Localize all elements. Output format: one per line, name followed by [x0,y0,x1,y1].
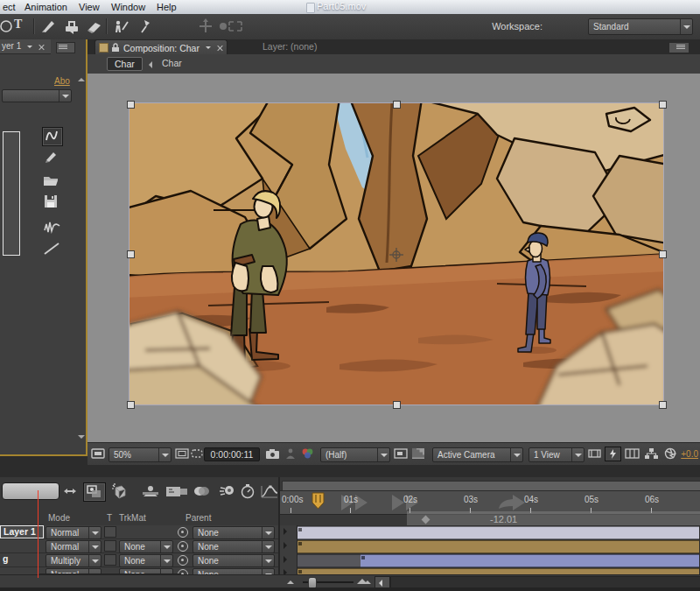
close-icon[interactable] [38,44,45,50]
left-panel-dropdown[interactable] [2,89,72,102]
selection-handle-top-center[interactable] [393,101,401,109]
resolution-dropdown[interactable]: (Half) [320,447,390,462]
channels-icon[interactable] [300,447,315,461]
type-tool-icon[interactable]: T [14,18,33,35]
current-time-indicator[interactable] [312,492,325,510]
selection-handle-mid-left[interactable] [127,250,135,258]
comp-mini-flowchart-icon[interactable] [83,482,106,502]
pickwhip-icon[interactable] [178,541,188,552]
draft-3d-icon[interactable] [140,482,161,500]
expand-icon[interactable] [284,556,287,563]
tab-composition[interactable]: Composition: Char [94,39,228,55]
expand-icon[interactable] [284,542,287,549]
panel-menu-icon[interactable] [668,42,690,53]
timeline-button-icon[interactable] [625,447,640,461]
breadcrumb-parent[interactable]: Char [162,58,182,68]
timecode-display[interactable]: 0:00:00:11 [204,447,260,461]
preserve-transparency-checkbox[interactable] [104,526,116,538]
graph-editor-icon[interactable] [259,482,280,500]
preserve-transparency-checkbox[interactable] [104,540,116,552]
comp-flowchart-icon[interactable] [644,447,659,461]
composition-image[interactable] [130,103,663,405]
selection-handle-bottom-center[interactable] [393,401,401,409]
pickwhip-icon[interactable] [178,555,188,566]
timeline-search-field[interactable] [2,482,60,500]
save-icon[interactable] [42,193,61,211]
selection-handle-bottom-left[interactable] [127,401,135,409]
fast-preview-icon[interactable] [605,447,621,461]
column-header-t[interactable]: T [107,513,112,523]
mode-dropdown[interactable]: Multiply [46,554,102,567]
parent-dropdown[interactable]: None [192,554,275,567]
tab-layer[interactable]: Layer: (none) [262,41,317,52]
parent-link-icon[interactable] [61,482,79,500]
motion-blur-icon[interactable] [217,482,238,500]
monitor-icon[interactable] [91,447,106,461]
menu-item-help[interactable]: Help [157,1,177,13]
left-panel-tab[interactable]: yer 1 [0,39,51,54]
selection-handle-mid-right[interactable] [659,250,667,258]
scroll-down-icon[interactable] [78,435,85,439]
pixel-aspect-icon[interactable] [588,447,603,461]
menu-item-project[interactable]: ect [3,1,16,13]
parent-dropdown[interactable]: None [192,526,275,539]
eraser-tool-icon[interactable] [85,18,104,35]
selection-handle-bottom-right[interactable] [659,401,667,409]
open-folder-icon[interactable] [42,172,61,190]
parent-dropdown[interactable]: None [192,540,275,553]
mode-dropdown[interactable]: Normal [46,540,102,553]
layer-bar-3[interactable] [360,554,699,567]
scroll-up-icon[interactable] [78,78,85,81]
shutter-icon[interactable] [663,447,678,461]
trkmat-dropdown[interactable]: None [119,554,173,567]
live-update-icon[interactable] [108,482,130,500]
view-layout-dropdown[interactable]: 1 View [528,447,584,462]
roto-brush-tool-icon[interactable] [111,18,130,35]
region-of-interest-icon[interactable] [394,447,409,461]
line-tool-icon[interactable] [42,241,61,258]
layer-name[interactable]: g [0,553,10,565]
frame-blending-icon[interactable] [191,482,212,500]
zoom-out-icon[interactable] [287,580,294,584]
chevron-down-icon[interactable] [206,46,211,49]
mode-dropdown[interactable]: Normal [46,526,102,539]
preserve-transparency-checkbox[interactable] [104,554,116,566]
exposure-value[interactable]: +0.0 [681,449,698,459]
layer-bar-1[interactable] [298,526,699,539]
composition-viewport[interactable] [88,74,700,442]
panel-menu-icon[interactable] [56,42,75,53]
close-icon[interactable] [217,45,223,51]
breadcrumb-current[interactable]: Char [107,57,143,71]
pickwhip-icon[interactable] [178,527,188,538]
pencil-tool-icon[interactable] [42,148,61,165]
column-header-trkmat[interactable]: TrkMat [119,513,146,523]
mask-visibility-icon[interactable] [190,447,205,461]
auto-keyframe-icon[interactable] [239,482,256,500]
puppet-pin-tool-icon[interactable] [136,18,155,35]
chevron-down-icon[interactable] [27,46,32,48]
menu-item-window[interactable]: Window [111,1,145,13]
wiggle-tool-icon[interactable] [42,220,61,237]
curve-tool-icon[interactable] [42,127,63,146]
trkmat-dropdown[interactable]: None [119,540,173,553]
expand-icon[interactable] [284,528,287,535]
brush-tool-icon[interactable] [39,18,59,35]
hide-shy-layers-icon[interactable] [164,482,189,500]
snapshot-camera-icon[interactable] [265,447,280,461]
clone-stamp-tool-icon[interactable] [62,18,81,35]
magnification-dropdown[interactable]: 50% [108,447,172,462]
show-snapshot-icon[interactable] [284,447,299,461]
about-link[interactable]: Abo [54,76,70,86]
column-header-parent[interactable]: Parent [186,513,211,523]
transparency-grid-icon[interactable] [411,447,426,461]
layer-row-1[interactable]: Layer 1 Normal None [0,525,278,539]
menu-item-animation[interactable]: Animation [24,1,67,13]
safe-zones-icon[interactable] [175,447,190,461]
layer-bar-2[interactable] [298,540,699,553]
selection-handle-top-right[interactable] [659,101,667,109]
view-camera-dropdown[interactable]: Active Camera [432,447,523,462]
workspace-dropdown[interactable]: Standard [588,18,693,35]
column-header-mode[interactable]: Mode [48,513,70,523]
shape-tool-icon[interactable] [0,18,12,35]
selection-handle-top-left[interactable] [127,101,135,109]
